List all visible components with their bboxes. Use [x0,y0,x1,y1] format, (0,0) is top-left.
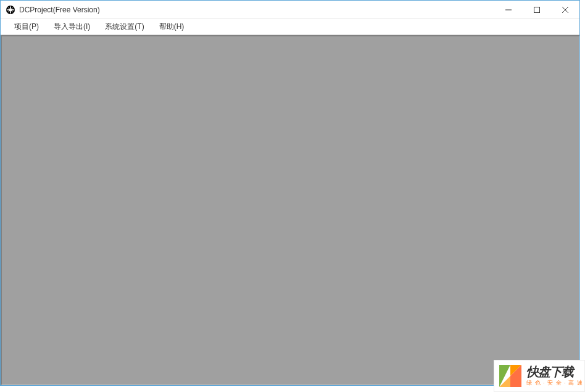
window-title: DCProject(Free Version) [19,6,494,14]
minimize-button[interactable] [494,1,523,19]
svg-rect-3 [534,7,540,13]
watermark-icon [497,362,524,390]
menubar: 项目(P) 导入导出(I) 系统设置(T) 帮助(H) [1,19,579,35]
window-controls [494,1,579,18]
application-window: DCProject(Free Version) 项目(P) 导入导出( [0,0,580,386]
mdi-client-area [1,35,579,385]
watermark-sub-text: 绿 色 · 安 全 · 高 速 [526,379,583,387]
menu-import-export[interactable]: 导入导出(I) [46,19,98,35]
watermark-main-text: 快盘下载 [526,365,583,378]
menu-help[interactable]: 帮助(H) [152,19,192,35]
maximize-button[interactable] [523,1,551,19]
minimize-icon [505,7,512,13]
watermark-text: 快盘下载 绿 色 · 安 全 · 高 速 [526,365,583,387]
maximize-icon [534,7,540,13]
titlebar[interactable]: DCProject(Free Version) [1,1,579,19]
close-icon [562,7,568,13]
app-icon [6,5,15,15]
menu-project[interactable]: 项目(P) [7,19,46,35]
watermark-logo: 快盘下载 绿 色 · 安 全 · 高 速 [494,360,585,392]
menu-system-settings[interactable]: 系统设置(T) [98,19,151,35]
close-button[interactable] [551,1,579,19]
